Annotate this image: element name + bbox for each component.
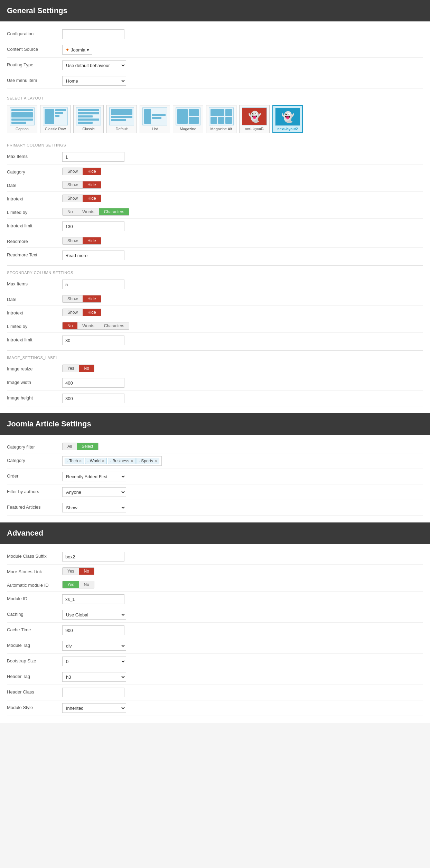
- secondary-date-hide[interactable]: Hide: [83, 295, 101, 302]
- primary-readmoretext-input[interactable]: [62, 251, 124, 260]
- use-menu-item-select[interactable]: Home: [62, 76, 126, 86]
- primary-limitedby-no[interactable]: No: [63, 208, 77, 215]
- module-id-row: Module ID: [7, 592, 423, 607]
- primary-date-toggle: Show Hide: [62, 181, 101, 189]
- primary-readmoretext-row: Readmore Text: [7, 248, 423, 263]
- primary-date-hide[interactable]: Hide: [83, 181, 101, 188]
- category-filter-select[interactable]: Select: [77, 443, 98, 450]
- automatic-module-id-yes[interactable]: Yes: [63, 581, 79, 588]
- tag-tech-remove[interactable]: ✕: [79, 459, 82, 463]
- content-source-label: Content Source: [7, 45, 62, 52]
- secondary-date-show[interactable]: Show: [63, 295, 83, 302]
- bootstrap-size-label: Bootstrap Size: [7, 657, 62, 663]
- layout-magazine-alt-label: Magazine Alt: [211, 127, 232, 131]
- automatic-module-id-no[interactable]: No: [79, 581, 94, 588]
- primary-readmoretext-label: Readmore Text: [7, 251, 62, 257]
- joomla-icon: ✦: [65, 47, 69, 53]
- primary-category-show[interactable]: Show: [63, 168, 83, 175]
- layout-list[interactable]: List: [140, 105, 170, 133]
- layout-classic[interactable]: Classic: [73, 105, 104, 133]
- layout-magazine[interactable]: Magazine: [173, 105, 203, 133]
- primary-limitedby-characters[interactable]: Characters: [99, 208, 129, 215]
- secondary-limitedby-words[interactable]: Words: [77, 322, 99, 329]
- layout-default[interactable]: Default: [106, 105, 137, 133]
- content-source-row: Content Source ✦ Joomla ▾: [7, 42, 423, 58]
- primary-readmore-hide[interactable]: Hide: [83, 237, 101, 244]
- cache-time-input[interactable]: [62, 625, 124, 635]
- primary-column-label: PRIMARY COLUMN SETTINGS: [7, 138, 423, 149]
- secondary-introtext-control: Show Hide: [62, 309, 423, 316]
- routing-type-control: Use default behaviour: [62, 60, 423, 70]
- secondary-introtext-hide[interactable]: Hide: [83, 309, 101, 316]
- image-height-input[interactable]: [62, 394, 124, 403]
- primary-category-hide[interactable]: Hide: [83, 168, 101, 175]
- caching-control: Use Global: [62, 610, 423, 620]
- image-resize-no[interactable]: No: [79, 365, 94, 372]
- category-filter-all[interactable]: All: [63, 443, 77, 450]
- module-id-label: Module ID: [7, 594, 62, 601]
- tag-sports[interactable]: - Sports ✕: [137, 458, 159, 464]
- layout-classic-row[interactable]: Classic Row: [40, 105, 71, 133]
- secondary-introtext-show[interactable]: Show: [63, 309, 83, 316]
- filter-by-authors-select[interactable]: Anyone: [62, 487, 126, 497]
- primary-readmore-toggle: Show Hide: [62, 237, 101, 245]
- primary-limitedby-words[interactable]: Words: [77, 208, 99, 215]
- module-tag-select[interactable]: div: [62, 641, 126, 651]
- primary-introtext-show[interactable]: Show: [63, 195, 83, 202]
- tag-world-remove[interactable]: ✕: [102, 459, 105, 463]
- routing-type-select[interactable]: Use default behaviour: [62, 60, 126, 70]
- category-tag-container[interactable]: - Tech ✕ - World ✕ - Business ✕ - Sports…: [62, 456, 162, 466]
- configuration-input[interactable]: [62, 29, 124, 39]
- layout-grid: Caption Classic Row: [7, 102, 423, 136]
- layout-caption[interactable]: Caption: [7, 105, 37, 133]
- secondary-introtextlimit-input[interactable]: [62, 336, 124, 345]
- layout-magazine-alt[interactable]: Magazine Alt: [206, 105, 236, 133]
- featured-articles-select[interactable]: Show: [62, 503, 126, 512]
- primary-readmore-control: Show Hide: [62, 237, 423, 245]
- secondary-limitedby-characters[interactable]: Characters: [99, 322, 129, 329]
- category-row: Category - Tech ✕ - World ✕ - Business ✕…: [7, 453, 423, 469]
- tag-business[interactable]: - Business ✕: [108, 458, 135, 464]
- module-style-select[interactable]: Inherited: [62, 703, 126, 713]
- primary-introtextlimit-input[interactable]: [62, 221, 124, 231]
- content-source-display[interactable]: ✦ Joomla ▾: [62, 45, 92, 55]
- layout-list-label: List: [152, 127, 158, 131]
- advanced-body: Module Class Suffix More Stories Link Ye…: [0, 544, 430, 723]
- more-stories-link-control: Yes No: [62, 567, 423, 575]
- layout-next-layout1-label: next-layout1: [245, 127, 264, 131]
- module-id-input[interactable]: [62, 594, 124, 604]
- layout-next-layout1[interactable]: 👻 next-layout1: [239, 105, 270, 133]
- bootstrap-size-select[interactable]: 0: [62, 657, 126, 666]
- primary-introtext-hide[interactable]: Hide: [83, 195, 101, 202]
- secondary-introtext-label: Introtext: [7, 309, 62, 315]
- image-width-control: [62, 378, 423, 388]
- primary-date-row: Date Show Hide: [7, 178, 423, 192]
- primary-readmore-show[interactable]: Show: [63, 237, 83, 244]
- tag-world[interactable]: - World ✕: [85, 458, 106, 464]
- more-stories-link-no[interactable]: No: [79, 568, 94, 575]
- tag-tech[interactable]: - Tech ✕: [65, 458, 84, 464]
- order-select[interactable]: Recently Added First: [62, 472, 126, 481]
- more-stories-link-yes[interactable]: Yes: [63, 568, 79, 575]
- header-tag-select[interactable]: h3: [62, 672, 126, 682]
- header-tag-label: Header Tag: [7, 672, 62, 679]
- header-class-input[interactable]: [62, 688, 124, 697]
- layout-next-layout2-label: next-layout2: [278, 127, 298, 131]
- use-menu-item-label: Use menu item: [7, 76, 62, 83]
- image-width-input[interactable]: [62, 378, 124, 388]
- image-settings-label: IMAGE_SETTINGS_LABEL: [7, 350, 423, 362]
- primary-max-items-input[interactable]: [62, 152, 124, 162]
- layout-next-layout2[interactable]: 👻 next-layout2: [272, 105, 303, 133]
- primary-readmoretext-control: [62, 251, 423, 260]
- secondary-max-items-input[interactable]: [62, 280, 124, 289]
- module-class-suffix-input[interactable]: [62, 552, 124, 562]
- caching-select[interactable]: Use Global: [62, 610, 126, 620]
- layout-classic-icon: [76, 107, 101, 125]
- tag-business-remove[interactable]: ✕: [130, 459, 133, 463]
- tag-sports-remove[interactable]: ✕: [154, 459, 157, 463]
- module-style-control: Inherited: [62, 703, 423, 713]
- layout-classic-row-label: Classic Row: [45, 127, 66, 131]
- image-resize-yes[interactable]: Yes: [63, 365, 79, 372]
- primary-date-show[interactable]: Show: [63, 181, 83, 188]
- secondary-limitedby-no[interactable]: No: [63, 322, 77, 329]
